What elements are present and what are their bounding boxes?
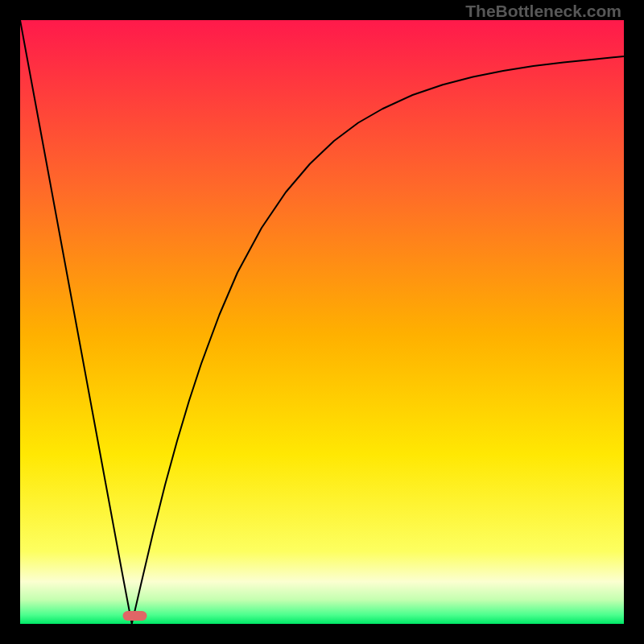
chart-border — [0, 0, 644, 644]
chart-stage: TheBottleneck.com — [0, 0, 644, 644]
